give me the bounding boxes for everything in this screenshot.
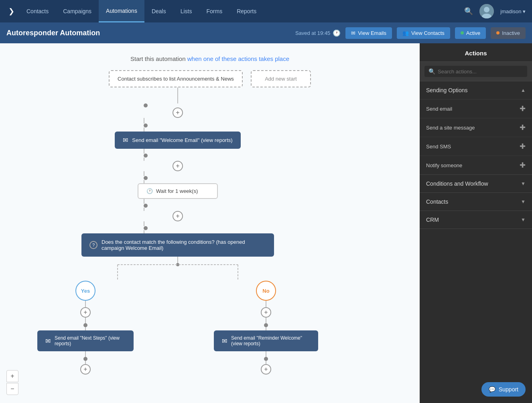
- view-emails-label: View Emails: [358, 30, 386, 36]
- add-btn-yes-bottom[interactable]: +: [80, 364, 91, 375]
- nav-item-deals[interactable]: Deals: [144, 0, 173, 22]
- condition-node[interactable]: ? Does the contact match the following c…: [81, 233, 274, 257]
- saved-text: Saved at 19:45: [295, 30, 330, 36]
- support-icon: 💬: [489, 386, 495, 393]
- action-label: Send email: [426, 106, 452, 112]
- next-steps-label: Send email "Next Steps" (view reports): [55, 335, 126, 346]
- zoom-in-button[interactable]: +: [6, 370, 18, 382]
- top-nav: ❯ ContactsCampaignsAutomationsDealsLists…: [0, 0, 532, 22]
- active-status-dot: [461, 31, 464, 34]
- action-label: Send a site message: [426, 125, 475, 131]
- svg-point-1: [484, 7, 489, 12]
- help-icon: ?: [89, 241, 97, 249]
- wait-node[interactable]: 🕐 Wait for 1 week(s): [138, 183, 218, 199]
- sidebar-section-header-contacts[interactable]: Contacts▼: [420, 193, 532, 211]
- clock-icon: 🕐: [146, 188, 153, 194]
- add-btn-2[interactable]: +: [173, 161, 183, 171]
- zoom-out-button[interactable]: −: [6, 383, 18, 395]
- email-node-icon: ✉: [123, 136, 128, 144]
- view-contacts-button[interactable]: 👥 View Contacts: [397, 27, 450, 39]
- sidebar-section-crm: CRM▼: [420, 211, 532, 229]
- chevron-icon-contacts: ▼: [521, 199, 526, 205]
- actions-sidebar: Actions 🔍 Sending Options▲Send email✚Sen…: [420, 43, 532, 403]
- no-branch: No + ✉ Send email "Reminder Welcome" (vi…: [214, 281, 318, 375]
- chevron-icon-conditions-workflow: ▼: [521, 181, 526, 186]
- nav-item-campaigns[interactable]: Campaigns: [56, 0, 99, 22]
- add-action-icon[interactable]: ✚: [520, 161, 526, 170]
- inactive-button[interactable]: Inactive: [491, 27, 526, 39]
- inactive-status-dot: [496, 31, 500, 34]
- nav-item-automations[interactable]: Automations: [99, 0, 144, 22]
- main-layout: Start this automation when one of these …: [0, 43, 532, 403]
- add-btn-yes[interactable]: +: [80, 307, 91, 318]
- trigger-row: Contact subscribes to list Announcements…: [109, 70, 311, 87]
- support-button[interactable]: 💬 Support: [481, 382, 526, 397]
- add-btn-3[interactable]: +: [173, 211, 183, 221]
- add-action-icon[interactable]: ✚: [520, 104, 526, 113]
- sidebar-section-header-crm[interactable]: CRM▼: [420, 211, 532, 229]
- search-input-wrap: 🔍: [424, 66, 527, 77]
- username-label[interactable]: jmadison ▾: [500, 8, 526, 14]
- condition-label: Does the contact match the following con…: [102, 239, 266, 251]
- support-label: Support: [499, 386, 518, 393]
- add-action-icon[interactable]: ✚: [520, 142, 526, 151]
- action-item-send-a-site-message[interactable]: Send a site message✚: [420, 118, 532, 137]
- section-label-conditions-workflow: Conditions and Workflow: [426, 180, 488, 187]
- action-item-send-email[interactable]: Send email✚: [420, 99, 532, 118]
- zoom-controls: + −: [6, 370, 18, 395]
- sidebar-section-header-conditions-workflow[interactable]: Conditions and Workflow▼: [420, 175, 532, 192]
- sidebar-section-conditions-workflow: Conditions and Workflow▼: [420, 175, 532, 193]
- add-btn-no[interactable]: +: [261, 307, 271, 318]
- sidebar-search: 🔍: [420, 62, 532, 81]
- nav-toggle-btn[interactable]: ❯: [3, 3, 19, 19]
- section-label-contacts: Contacts: [426, 198, 448, 205]
- nav-item-reports[interactable]: Reports: [229, 0, 264, 22]
- nav-item-lists[interactable]: Lists: [173, 0, 199, 22]
- search-icon[interactable]: 🔍: [464, 7, 473, 16]
- chevron-icon-sending-options: ▲: [521, 87, 526, 93]
- nav-right: 🔍 jmadison ▾: [464, 4, 532, 18]
- add-start-box[interactable]: Add new start: [251, 70, 311, 87]
- view-contacts-label: View Contacts: [411, 30, 445, 36]
- action-item-notify-someone[interactable]: Notify someone✚: [420, 156, 532, 174]
- nav-item-contacts[interactable]: Contacts: [19, 0, 56, 22]
- sidebar-section-sending-options: Sending Options▲Send email✚Send a site m…: [420, 81, 532, 175]
- action-label: Send SMS: [426, 144, 451, 150]
- reminder-label: Send email "Reminder Welcome" (view repo…: [231, 335, 310, 346]
- flow-header-highlight: when one of these actions takes place: [187, 55, 289, 62]
- add-btn-no-bottom[interactable]: +: [261, 364, 271, 375]
- page-title: Autoresponder Automation: [6, 29, 290, 37]
- subheader: Autoresponder Automation Saved at 19:45 …: [0, 22, 532, 43]
- flow-header: Start this automation when one of these …: [130, 55, 289, 62]
- trigger-box[interactable]: Contact subscribes to list Announcements…: [109, 70, 243, 87]
- sidebar-title: Actions: [420, 43, 532, 62]
- email-icon: ✉: [351, 30, 355, 36]
- yes-branch: Yes + ✉ Send email "Next Steps" (view re…: [37, 281, 134, 375]
- canvas-inner: Start this automation when one of these …: [0, 43, 420, 403]
- action-item-send-sms[interactable]: Send SMS✚: [420, 137, 532, 156]
- action-label: Notify someone: [426, 162, 462, 168]
- view-emails-button[interactable]: ✉ View Emails: [345, 27, 392, 39]
- add-action-icon[interactable]: ✚: [520, 123, 526, 132]
- sidebar-section-header-sending-options[interactable]: Sending Options▲: [420, 81, 532, 99]
- toggle-icon: ❯: [8, 7, 14, 16]
- saved-indicator: Saved at 19:45 🕐: [295, 29, 341, 37]
- active-label: Active: [466, 30, 480, 36]
- automation-canvas[interactable]: Start this automation when one of these …: [0, 43, 420, 403]
- history-icon: 🕐: [333, 29, 341, 37]
- next-steps-node[interactable]: ✉ Send email "Next Steps" (view reports): [37, 330, 134, 351]
- chevron-icon-crm: ▼: [521, 217, 526, 223]
- reminder-icon: ✉: [222, 337, 227, 345]
- add-btn-1[interactable]: +: [173, 107, 183, 118]
- nav-item-forms[interactable]: Forms: [199, 0, 230, 22]
- send-email-label: Send email "Welcome Email" (view reports…: [132, 137, 232, 143]
- reminder-node[interactable]: ✉ Send email "Reminder Welcome" (view re…: [214, 330, 318, 351]
- next-steps-icon: ✉: [45, 337, 51, 345]
- inactive-label: Inactive: [502, 30, 520, 36]
- send-email-node[interactable]: ✉ Send email "Welcome Email" (view repor…: [115, 132, 240, 149]
- search-actions-input[interactable]: [438, 69, 523, 75]
- nav-items: ContactsCampaignsAutomationsDealsListsFo…: [19, 0, 464, 22]
- active-button[interactable]: Active: [455, 27, 486, 39]
- wait-label: Wait for 1 week(s): [156, 188, 198, 194]
- automation-flow: Start this automation when one of these …: [0, 43, 420, 399]
